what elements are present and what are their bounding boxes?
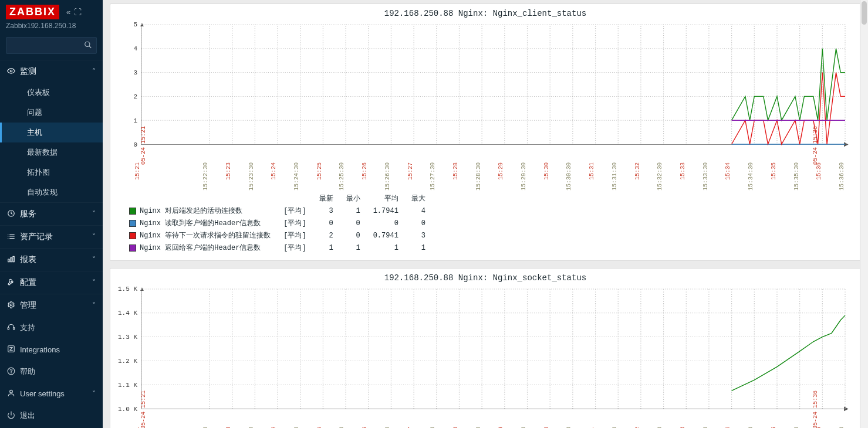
nav-item-latest[interactable]: 最新数据 <box>0 142 103 162</box>
legend-tag: [平均] <box>278 205 312 216</box>
nav-item-problems[interactable]: 问题 <box>0 103 103 123</box>
legend-max: 0 <box>406 218 431 229</box>
legend-row: Nginx 等待下一次请求指令的驻留连接数[平均]200.79413 <box>123 230 431 241</box>
x-tick: 15:31:30 <box>612 162 618 191</box>
y-tick: 1 <box>133 117 137 124</box>
legend-row: Nginx 返回给客户端的Header信息数[平均]1111 <box>123 242 431 253</box>
x-tick: 15:30:30 <box>566 162 572 191</box>
svg-rect-12 <box>13 256 14 261</box>
svg-point-19 <box>10 390 13 393</box>
nav-group-label: 资产记录 <box>20 232 53 242</box>
nav-group-admin[interactable]: 管理˅ <box>0 294 103 313</box>
x-tick: 15:24 <box>271 162 277 180</box>
footer-item-user[interactable]: User settings˅ <box>0 383 103 405</box>
legend-avg: 1.7941 <box>367 205 404 216</box>
chevron-up-icon: ˄ <box>92 67 96 76</box>
search-icon[interactable] <box>84 40 92 50</box>
scrollbar-thumb[interactable] <box>862 1 867 25</box>
sidebar-footer: 支持Integrations帮助User settings˅退出 <box>0 313 103 428</box>
legend-swatch <box>129 232 136 239</box>
brand-logo[interactable]: ZABBIX <box>6 5 59 19</box>
reports-icon <box>7 255 20 265</box>
nav-group-label: 监测 <box>20 66 36 77</box>
nav-group-config[interactable]: 配置˅ <box>0 271 103 294</box>
footer-item-support[interactable]: 支持 <box>0 317 103 339</box>
chevron-down-icon: ˅ <box>92 278 96 287</box>
chevron-down-icon: ˅ <box>92 301 96 310</box>
y-tick: 0 <box>133 141 137 148</box>
nav-item-discovery[interactable]: 自动发现 <box>0 182 103 202</box>
y-tick: 2 <box>133 93 137 100</box>
legend-swatch <box>129 244 136 252</box>
legend-row: Nginx 读取到客户端的Header信息数[平均]0000 <box>123 218 431 229</box>
x-tick: 15:31 <box>589 162 595 180</box>
chart-area[interactable]: 012345▲▶05-24 15:2105-24 15:3615:2115:22… <box>141 22 845 162</box>
legend-avg: 0.7941 <box>367 230 404 241</box>
x-tick: 15:30 <box>543 162 550 180</box>
x-tick: 15:28 <box>452 162 459 180</box>
nav-group-monitoring[interactable]: 监测˄ <box>0 60 103 83</box>
chevron-down-icon: ˅ <box>92 210 96 218</box>
legend-tag: [平均] <box>278 218 312 229</box>
x-tick: 15:36:30 <box>839 162 845 191</box>
fullscreen-icon[interactable]: ⛶ <box>74 8 82 16</box>
legend-table: 最新最小平均最大Nginx 对后端发起的活动连接数[平均]311.79414Ng… <box>122 192 433 254</box>
x-tick: 15:26 <box>362 162 368 180</box>
legend-header: 最小 <box>340 193 366 204</box>
nav-group-label: 配置 <box>20 277 36 288</box>
footer-item-integrations[interactable]: Integrations <box>0 339 103 361</box>
x-tick: 15:34 <box>725 162 731 180</box>
x-tick: 15:27:30 <box>430 162 436 191</box>
support-icon <box>7 323 20 333</box>
legend-header: 最新 <box>313 193 339 204</box>
legend-avg: 0 <box>367 218 404 229</box>
config-icon <box>7 278 20 288</box>
legend-latest: 2 <box>313 230 339 241</box>
scrollbar-vertical[interactable] <box>860 0 868 428</box>
x-tick: 15:33 <box>680 162 686 180</box>
chevron-down-icon: ˅ <box>92 256 96 264</box>
x-tick: 15:34:30 <box>748 162 754 191</box>
y-tick: 1.5 K <box>118 286 137 293</box>
footer-item-help[interactable]: 帮助 <box>0 361 103 383</box>
legend-latest: 0 <box>313 218 339 229</box>
footer-item-label: Integrations <box>20 345 60 354</box>
nav-item-maps[interactable]: 拓扑图 <box>0 162 103 182</box>
nav-group-reports[interactable]: 报表˅ <box>0 249 103 271</box>
nav-item-hosts[interactable]: 主机 <box>0 123 103 142</box>
y-tick: 4 <box>133 45 137 52</box>
y-tick: 3 <box>133 69 137 76</box>
nav-item-dashboard[interactable]: 仪表板 <box>0 83 103 103</box>
chart-title: 192.168.250.88 Nginx: Nginx_client_statu… <box>120 6 851 22</box>
legend-max: 3 <box>406 230 431 241</box>
collapse-icon[interactable]: « <box>66 8 70 16</box>
plot[interactable]: ▲▶05-24 15:2105-24 15:36 <box>141 25 845 145</box>
search-input[interactable] <box>6 37 97 54</box>
chart-area[interactable]: 1.0 K1.1 K1.2 K1.3 K1.4 K1.5 K▲▶05-24 15… <box>141 286 845 427</box>
svg-rect-10 <box>8 259 9 262</box>
legend-swatch <box>129 208 136 215</box>
x-tick: 15:27 <box>407 162 414 180</box>
svg-rect-15 <box>13 327 15 330</box>
legend-tag: [平均] <box>278 242 312 253</box>
legend-max: 4 <box>406 205 431 216</box>
footer-item-logout[interactable]: 退出 <box>0 405 103 427</box>
nav-group-services[interactable]: 服务˅ <box>0 203 103 225</box>
legend-avg: 1 <box>367 242 404 253</box>
chevron-down-icon: ˅ <box>92 233 96 241</box>
footer-item-label: 退出 <box>20 410 35 421</box>
logout-icon <box>7 411 20 421</box>
footer-item-label: 帮助 <box>20 366 35 377</box>
nav-group-inventory[interactable]: 资产记录˅ <box>0 226 103 248</box>
sidebar: ZABBIX « ⛶ Zabbix192.168.250.18 监测˄仪表板问题… <box>0 0 103 428</box>
admin-icon <box>7 301 20 311</box>
legend-min: 1 <box>340 205 366 216</box>
chart-panel: 192.168.250.88 Nginx: Nginx_client_statu… <box>110 4 861 261</box>
plot[interactable]: ▲▶05-24 15:2105-24 15:36 <box>141 289 845 409</box>
nav: 监测˄仪表板问题主机最新数据拓扑图自动发现服务˅资产记录˅报表˅配置˅管理˅ <box>0 60 103 313</box>
server-label: Zabbix192.168.250.18 <box>6 19 97 36</box>
content[interactable]: 192.168.250.88 Nginx: Nginx_client_statu… <box>103 0 868 428</box>
y-tick: 1.0 K <box>118 406 137 413</box>
x-tick: 15:22:30 <box>202 162 209 191</box>
svg-line-1 <box>89 46 92 48</box>
